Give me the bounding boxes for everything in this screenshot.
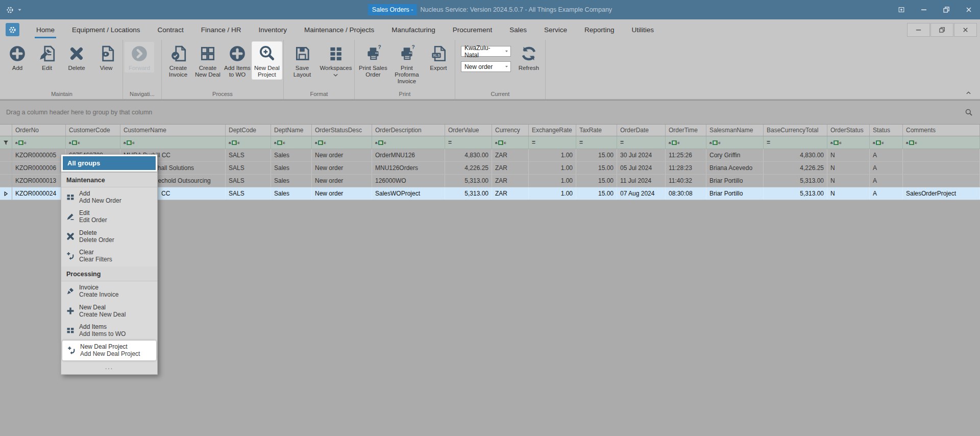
restore-button[interactable] (935, 0, 958, 19)
cell-deptcode[interactable]: SALS (226, 162, 271, 174)
cell-ordertime[interactable]: 08:30:08 (666, 187, 706, 200)
cell-orderno[interactable]: KZOR0000013 (12, 175, 66, 187)
cell-basecurrencytotal[interactable]: 4,226.25 (764, 162, 827, 174)
cell-deptname[interactable]: Sales (271, 175, 312, 187)
cell-ordertime[interactable]: 11:28:23 (666, 162, 706, 174)
view-button[interactable]: View (91, 42, 121, 72)
menu-item-edit[interactable]: EditEdit Order (61, 207, 157, 226)
column-header-ordervalue[interactable]: OrderValue (445, 125, 492, 136)
cell-currency[interactable]: ZAR (492, 149, 529, 161)
tab-inventory[interactable]: Inventory (250, 19, 296, 40)
app-gear-icon[interactable] (6, 6, 14, 14)
tab-contract[interactable]: Contract (149, 19, 192, 40)
cell-salesmanname[interactable]: Cory Griffin (706, 149, 764, 161)
menu-item-add[interactable]: AddAdd New Order (61, 187, 157, 207)
cell-status[interactable]: A (870, 149, 903, 161)
filter-cell-ordertime[interactable]: aBc (666, 136, 706, 149)
cell-deptname[interactable]: Sales (271, 162, 312, 174)
cell-ordervalue[interactable]: 4,830.00 (445, 149, 492, 161)
save-layout-button[interactable]: Save Layout (285, 42, 319, 79)
tab-service[interactable]: Service (535, 19, 576, 40)
cell-orderno[interactable]: KZOR0000005 (12, 149, 66, 161)
create-new-deal-button[interactable]: Create New Deal (193, 42, 223, 79)
cell-comments[interactable] (903, 175, 980, 187)
cell-orderdate[interactable]: 11 Jul 2024 (617, 175, 666, 187)
filter-cell-orderdescription[interactable]: aBc (372, 136, 445, 149)
column-header-exchangerate[interactable]: ExchangeRate (529, 125, 576, 136)
column-header-taxrate[interactable]: TaxRate (576, 125, 617, 136)
create-invoice-button[interactable]: Create Invoice (163, 42, 193, 79)
column-header-orderdescription[interactable]: OrderDescription (372, 125, 445, 136)
filter-cell-ordervalue[interactable]: = (445, 136, 492, 149)
add-button[interactable]: Add (3, 42, 32, 72)
cell-orderstatus[interactable]: N (827, 149, 870, 161)
close-button[interactable] (958, 0, 980, 19)
tab-finance-hr[interactable]: Finance / HR (192, 19, 250, 40)
app-caret-down-icon[interactable] (17, 8, 22, 12)
cell-salesmanname[interactable]: Briana Acevedo (706, 162, 764, 174)
tab-manufacturing[interactable]: Manufacturing (383, 19, 444, 40)
refresh-button[interactable]: Refresh (514, 42, 544, 72)
tab-reporting[interactable]: Reporting (576, 19, 623, 40)
cell-salesmanname[interactable]: Briar Portillo (706, 187, 764, 200)
filter-cell-orderstatusdesc[interactable]: aBc (312, 136, 372, 149)
cell-status[interactable]: A (870, 162, 903, 174)
search-icon[interactable] (965, 108, 973, 116)
column-header-orderdate[interactable]: OrderDate (617, 125, 666, 136)
cell-taxrate[interactable]: 15.00 (576, 175, 617, 187)
cell-orderno[interactable]: KZOR0000024 (12, 187, 66, 200)
column-header-status[interactable]: Status (870, 125, 903, 136)
export-button[interactable]: XLSExport (424, 42, 453, 72)
cell-deptcode[interactable]: SALS (226, 149, 271, 161)
document-close-button[interactable] (954, 23, 977, 37)
column-header-orderstatus[interactable]: OrderStatus (827, 125, 870, 136)
cell-orderdescription[interactable]: 126000WO (372, 175, 445, 187)
combo-new-order[interactable]: New order (461, 61, 511, 72)
cell-taxrate[interactable]: 15.00 (576, 149, 617, 161)
document-minimize-button[interactable] (907, 23, 930, 37)
cell-exchangerate[interactable]: 1.00 (529, 162, 576, 174)
cell-orderstatusdesc[interactable]: New order (312, 187, 372, 200)
cell-basecurrencytotal[interactable]: 5,313.00 (764, 175, 827, 187)
column-header-ordertime[interactable]: OrderTime (666, 125, 706, 136)
ribbon-position-button[interactable] (890, 0, 913, 19)
workspaces-button[interactable]: Workspaces (319, 42, 353, 78)
filter-cell-salesmanname[interactable]: aBc (706, 136, 764, 149)
column-header-deptname[interactable]: DeptName (271, 125, 312, 136)
filter-cell-deptname[interactable]: aBc (271, 136, 312, 149)
cell-orderdescription[interactable]: SalesWOProject (372, 187, 445, 200)
cell-taxrate[interactable]: 15.00 (576, 162, 617, 174)
cell-comments[interactable]: SalesOrderProject (903, 187, 980, 200)
cell-orderdate[interactable]: 07 Aug 2024 (617, 187, 666, 200)
cell-salesmanname[interactable]: Briar Portillo (706, 175, 764, 187)
column-header-orderno[interactable]: OrderNo (12, 125, 66, 136)
cell-orderdescription[interactable]: OrderMNU126 (372, 149, 445, 161)
column-header-basecurrencytotal[interactable]: BaseCurrencyTotal (764, 125, 827, 136)
minimize-button[interactable] (913, 0, 935, 19)
chevron-down-icon[interactable] (333, 73, 338, 77)
cell-ordervalue[interactable]: 4,226.25 (445, 162, 492, 174)
cell-exchangerate[interactable]: 1.00 (529, 149, 576, 161)
menu-item-invoice[interactable]: InvoiceCreate Invoice (61, 281, 157, 301)
filter-cell-exchangerate[interactable]: = (529, 136, 576, 149)
filter-cell-orderno[interactable]: aBc (12, 136, 66, 149)
print-sales-order-button[interactable]: ?Print Sales Order (356, 42, 390, 79)
filter-cell-deptcode[interactable]: aBc (226, 136, 271, 149)
cell-taxrate[interactable]: 15.00 (576, 187, 617, 200)
tab-sales[interactable]: Sales (501, 19, 535, 40)
column-header-comments[interactable]: Comments (903, 125, 980, 136)
column-header-customername[interactable]: CustomerName (120, 125, 226, 136)
menu-item-add-items[interactable]: Add ItemsAdd Items to WO (61, 321, 157, 340)
column-header-currency[interactable]: Currency (492, 125, 529, 136)
cell-currency[interactable]: ZAR (492, 162, 529, 174)
filter-cell-taxrate[interactable]: = (576, 136, 617, 149)
cell-exchangerate[interactable]: 1.00 (529, 175, 576, 187)
new-deal-project-button[interactable]: New Deal Project (252, 42, 282, 79)
cell-orderdate[interactable]: 05 Jul 2024 (617, 162, 666, 174)
application-button[interactable] (6, 23, 19, 36)
cell-orderstatus[interactable]: N (827, 162, 870, 174)
cell-status[interactable]: A (870, 187, 903, 200)
combo-kwazulu-natal[interactable]: KwaZulu-Natal (461, 46, 511, 57)
column-header-customercode[interactable]: CustomerCode (66, 125, 120, 136)
cell-currency[interactable]: ZAR (492, 175, 529, 187)
